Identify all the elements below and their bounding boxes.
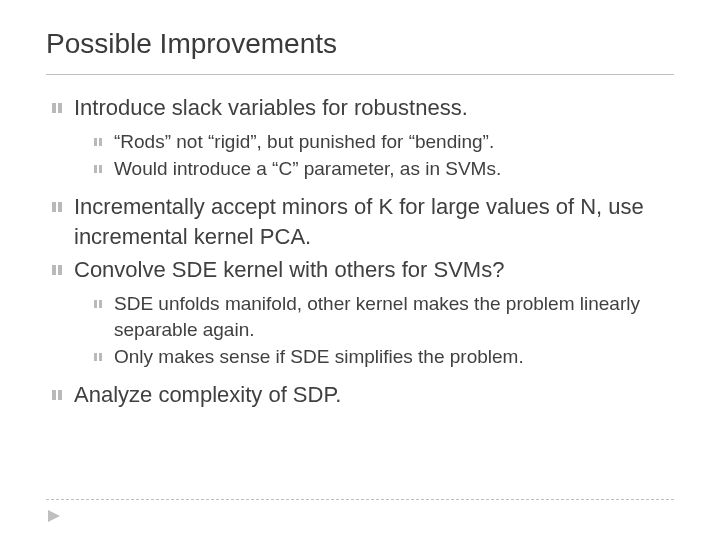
bullet-text: Introduce slack variables for robustness… <box>74 95 468 120</box>
bullet-text: Analyze complexity of SDP. <box>74 382 341 407</box>
footer-arrow-icon <box>46 508 62 524</box>
footer-divider <box>46 499 674 500</box>
svg-marker-0 <box>48 510 60 522</box>
sub-bullet-list: SDE unfolds manifold, other kernel makes… <box>74 291 674 370</box>
sub-bullet-text: SDE unfolds manifold, other kernel makes… <box>114 293 640 340</box>
slide-title: Possible Improvements <box>46 28 674 75</box>
bullet-item: Analyze complexity of SDP. <box>52 380 674 410</box>
bullet-text: Incrementally accept minors of K for lar… <box>74 194 644 249</box>
slide: Possible Improvements Introduce slack va… <box>0 0 720 540</box>
bullet-item: Introduce slack variables for robustness… <box>52 93 674 182</box>
bullet-text: Convolve SDE kernel with others for SVMs… <box>74 257 504 282</box>
bullet-list: Introduce slack variables for robustness… <box>46 93 674 410</box>
sub-bullet-text: Only makes sense if SDE simplifies the p… <box>114 346 524 367</box>
sub-bullet-text: Would introduce a “C” parameter, as in S… <box>114 158 501 179</box>
sub-bullet-text: “Rods” not “rigid”, but punished for “be… <box>114 131 494 152</box>
bullet-item: Convolve SDE kernel with others for SVMs… <box>52 255 674 370</box>
sub-bullet-item: Only makes sense if SDE simplifies the p… <box>94 344 674 370</box>
sub-bullet-item: “Rods” not “rigid”, but punished for “be… <box>94 129 674 155</box>
bullet-item: Incrementally accept minors of K for lar… <box>52 192 674 251</box>
sub-bullet-item: SDE unfolds manifold, other kernel makes… <box>94 291 674 342</box>
sub-bullet-item: Would introduce a “C” parameter, as in S… <box>94 156 674 182</box>
sub-bullet-list: “Rods” not “rigid”, but punished for “be… <box>74 129 674 182</box>
